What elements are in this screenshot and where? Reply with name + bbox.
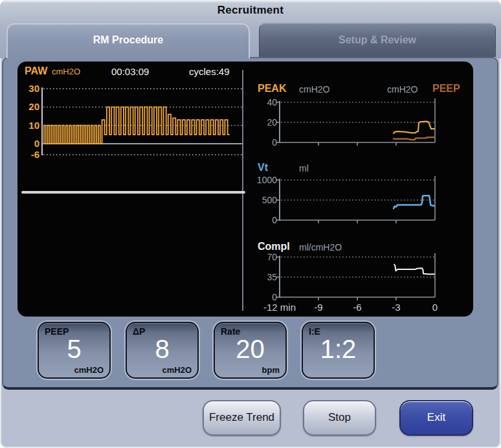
peep-trend-unit: cmH2O bbox=[387, 84, 418, 95]
time-axis-label: -6 bbox=[353, 302, 361, 313]
row-label-variance: Variance bbox=[23, 193, 66, 194]
vt-trend-chart: 10005000 bbox=[251, 175, 445, 227]
row-label-precycle: Pre-Cycle bbox=[23, 193, 53, 194]
delta-p-setting-value: 8 bbox=[127, 333, 197, 364]
rate-setting-button[interactable]: Rate 20 bpm bbox=[214, 322, 287, 379]
time-axis-label: 0 bbox=[432, 302, 438, 313]
paw-waveform-chart: 3020100-6 bbox=[18, 79, 245, 164]
cycles-count: cycles:49 bbox=[189, 66, 230, 77]
svg-text:20: 20 bbox=[28, 101, 39, 112]
peep-setting-button[interactable]: PEEP 5 cmH2O bbox=[38, 322, 111, 379]
peep-setting-value: 5 bbox=[39, 333, 109, 364]
ie-ratio-setting-button[interactable]: I:E 1:2 bbox=[302, 322, 375, 379]
paw-chart-header: PAW cmH2O 00:03:09 cycles:49 bbox=[25, 65, 248, 78]
page-title: Recruitment bbox=[0, 4, 501, 17]
cell-value: 14 bbox=[51, 193, 63, 194]
svg-text:70: 70 bbox=[267, 252, 277, 262]
tab-rm-procedure[interactable]: RM Procedure bbox=[6, 23, 250, 58]
peak-trend-label: PEAK bbox=[258, 83, 286, 95]
svg-text:0: 0 bbox=[34, 138, 39, 149]
delta-p-setting-unit: cmH2O bbox=[162, 365, 192, 375]
compl-trend-unit: ml/cmH2O bbox=[299, 242, 342, 252]
peak-peep-trend-chart: 40200 bbox=[251, 97, 445, 149]
svg-text:10: 10 bbox=[28, 120, 39, 131]
col-header-compl: Complml/cmH2O bbox=[90, 193, 129, 194]
compl-trend-chart: 70350 bbox=[251, 252, 445, 304]
cell-value: 338 bbox=[70, 193, 87, 194]
svg-text:1000: 1000 bbox=[257, 175, 277, 185]
rate-setting-unit: bpm bbox=[262, 365, 280, 375]
paw-unit-label: cmH2O bbox=[52, 67, 80, 76]
cell-value: +0 bbox=[78, 193, 89, 194]
row-label-realtime: Real-time bbox=[23, 193, 52, 194]
svg-text:0: 0 bbox=[272, 292, 277, 302]
rate-setting-value: 20 bbox=[215, 333, 285, 364]
exit-button[interactable]: Exit bbox=[399, 400, 473, 436]
col-header-peak: PEAKcmH2O bbox=[24, 193, 52, 194]
recruitment-window: Recruitment Setup & Review RM Procedure … bbox=[0, 0, 501, 448]
cell-value: 39 bbox=[87, 193, 98, 194]
elapsed-time: 00:03:09 bbox=[111, 66, 149, 77]
time-axis-label: -3 bbox=[392, 302, 400, 313]
ie-ratio-setting-value: 1:2 bbox=[303, 333, 373, 364]
cell-value: 14 bbox=[52, 193, 64, 194]
stop-button[interactable]: Stop bbox=[303, 400, 376, 436]
vt-trend-unit: ml bbox=[299, 163, 309, 174]
svg-text:-6: -6 bbox=[31, 149, 39, 160]
vt-trend-label: Vt bbox=[258, 162, 268, 174]
table-row: Variance +0 +0 <1 +1 bbox=[23, 192, 113, 194]
table-row: Real-time 14 5 338 40 bbox=[23, 192, 98, 194]
paw-label: PAW bbox=[25, 65, 47, 77]
table-row: Pre-Cycle 14 5 338 39 bbox=[23, 192, 98, 194]
cell-value: 338 bbox=[69, 193, 85, 194]
freeze-trend-button[interactable]: Freeze Trend bbox=[203, 400, 281, 436]
table-corner-cell bbox=[23, 193, 24, 194]
col-header-peep: PEEPcmH2O bbox=[52, 193, 80, 194]
peep-setting-unit: cmH2O bbox=[74, 365, 104, 375]
svg-text:0: 0 bbox=[272, 137, 277, 148]
measurements-table: PEAKcmH2O PEEPcmH2O Vtml Complml/cmH2O R… bbox=[21, 191, 245, 194]
peak-trend-unit: cmH2O bbox=[299, 84, 329, 95]
col-header-vt: Vtml bbox=[80, 193, 90, 194]
svg-text:0: 0 bbox=[272, 215, 277, 225]
svg-text:40: 40 bbox=[267, 97, 277, 107]
cell-value: <1 bbox=[89, 193, 101, 194]
cell-value: +0 bbox=[66, 193, 78, 194]
svg-text:30: 30 bbox=[28, 83, 39, 94]
cell-value: 5 bbox=[63, 193, 69, 194]
delta-p-setting-button[interactable]: ΔP 8 cmH2O bbox=[126, 322, 199, 379]
panel-divider bbox=[242, 70, 243, 311]
vt-trend-header: Vt ml bbox=[258, 162, 466, 175]
peep-trend-label: PEEP bbox=[432, 83, 460, 95]
monitor-panel: PAW cmH2O 00:03:09 cycles:49 3020100-6 P… bbox=[17, 62, 473, 317]
cell-value: 5 bbox=[64, 193, 70, 194]
svg-text:35: 35 bbox=[267, 272, 277, 282]
compl-trend-label: Compl bbox=[258, 241, 290, 252]
trend-time-axis: -12 min -9 -6 -3 0 bbox=[251, 302, 452, 313]
svg-text:20: 20 bbox=[267, 117, 277, 128]
time-axis-label: -9 bbox=[314, 302, 322, 313]
tab-setup-review[interactable]: Setup & Review bbox=[259, 23, 496, 57]
cell-value: +1 bbox=[101, 193, 113, 194]
svg-text:500: 500 bbox=[262, 195, 278, 205]
time-axis-label: -12 min bbox=[263, 302, 296, 313]
peak-peep-trend-header: PEAK cmH2O cmH2O PEEP bbox=[258, 83, 466, 96]
cell-value: 40 bbox=[85, 193, 97, 194]
